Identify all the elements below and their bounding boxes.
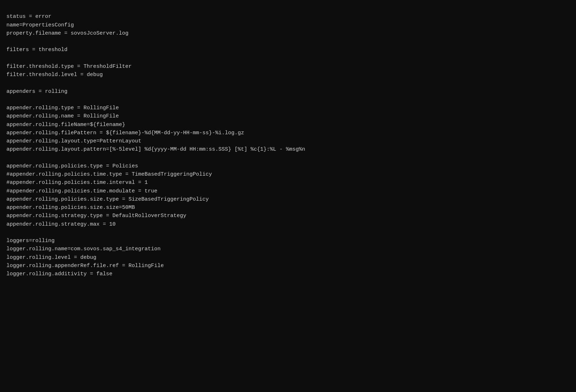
code-line — [6, 79, 570, 87]
code-line: appender.rolling.name = RollingFile — [6, 112, 570, 120]
code-line: property.filename = sovosJcoServer.log — [6, 29, 570, 37]
code-line — [6, 37, 570, 46]
code-line: status = error — [6, 12, 570, 21]
code-line: logger.rolling.additivity = false — [6, 270, 570, 278]
code-line: appenders = rolling — [6, 87, 570, 96]
code-editor: status = errorname=PropertiesConfigprope… — [0, 0, 576, 392]
code-line: #appender.rolling.policies.time.interval… — [6, 179, 570, 187]
code-line: appender.rolling.layout.pattern=[%-5leve… — [6, 145, 570, 154]
code-line — [6, 54, 570, 62]
code-line: logger.rolling.level = debug — [6, 253, 570, 262]
code-line: appender.rolling.filePattern = ${filenam… — [6, 129, 570, 137]
code-line: appender.rolling.policies.size.size=50MB — [6, 203, 570, 212]
code-line: name=PropertiesConfig — [6, 21, 570, 29]
code-line: loggers=rolling — [6, 237, 570, 245]
code-line: #appender.rolling.policies.time.modulate… — [6, 187, 570, 195]
code-line: filters = threshold — [6, 46, 570, 54]
code-line: appender.rolling.type = RollingFile — [6, 104, 570, 112]
code-line: appender.rolling.strategy.max = 10 — [6, 220, 570, 228]
code-line: #appender.rolling.policies.time.type = T… — [6, 170, 570, 179]
code-line: filter.threshold.level = debug — [6, 71, 570, 79]
code-line: filter.threshold.type = ThresholdFilter — [6, 62, 570, 71]
code-line: logger.rolling.appenderRef.file.ref = Ro… — [6, 262, 570, 270]
code-line: appender.rolling.fileName=${filename} — [6, 121, 570, 129]
code-line — [6, 154, 570, 162]
code-line — [6, 96, 570, 104]
code-line: logger.rolling.name=com.sovos.sap_s4_int… — [6, 245, 570, 253]
code-line: appender.rolling.strategy.type = Default… — [6, 212, 570, 220]
code-line: appender.rolling.policies.type = Policie… — [6, 162, 570, 170]
code-line: appender.rolling.layout.type=PatternLayo… — [6, 137, 570, 145]
code-line: appender.rolling.policies.size.type = Si… — [6, 195, 570, 203]
code-line — [6, 228, 570, 237]
